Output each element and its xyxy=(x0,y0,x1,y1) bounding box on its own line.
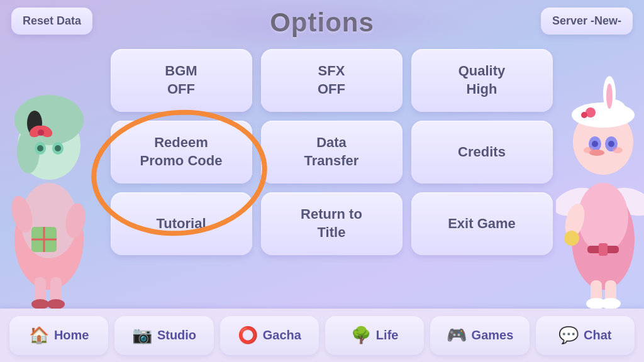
nav-games-label: Games xyxy=(472,328,514,343)
svg-rect-41 xyxy=(599,243,608,256)
options-grid: BGMOFF SFXOFF QualityHigh RedeemPromo Co… xyxy=(111,49,553,255)
nav-home-label: Home xyxy=(54,328,89,343)
tutorial-button[interactable]: Tutorial xyxy=(111,192,252,255)
svg-point-17 xyxy=(31,299,49,309)
nav-chat-label: Chat xyxy=(584,328,611,343)
svg-point-47 xyxy=(564,231,579,246)
bgm-button[interactable]: BGMOFF xyxy=(111,49,252,112)
nav-studio-label: Studio xyxy=(157,328,196,343)
svg-point-32 xyxy=(581,112,587,118)
svg-point-25 xyxy=(578,183,628,252)
svg-point-36 xyxy=(608,141,614,147)
nav-games[interactable]: 🎮 Games xyxy=(430,316,529,355)
credits-button[interactable]: Credits xyxy=(411,121,553,184)
life-icon: 🌳 xyxy=(351,326,371,345)
nav-studio[interactable]: 📷 Studio xyxy=(114,316,213,355)
gacha-icon: ⭕ xyxy=(238,326,258,345)
svg-point-9 xyxy=(55,145,61,151)
nav-chat[interactable]: 💬 Chat xyxy=(536,316,635,355)
redeem-promo-button[interactable]: RedeemPromo Code xyxy=(111,121,252,184)
nav-life[interactable]: 🌳 Life xyxy=(325,316,424,355)
return-to-title-button[interactable]: Return toTitle xyxy=(261,192,402,255)
sfx-button[interactable]: SFXOFF xyxy=(261,49,402,112)
svg-point-21 xyxy=(38,129,44,136)
nav-home[interactable]: 🏠 Home xyxy=(9,316,108,355)
studio-icon: 📷 xyxy=(132,326,152,345)
data-transfer-button[interactable]: DataTransfer xyxy=(261,121,402,184)
svg-point-18 xyxy=(47,299,65,309)
svg-point-45 xyxy=(601,298,621,309)
exit-game-button[interactable]: Exit Game xyxy=(411,192,553,255)
svg-point-39 xyxy=(613,147,623,153)
quality-button[interactable]: QualityHigh xyxy=(411,49,553,112)
nav-gacha-label: Gacha xyxy=(263,328,301,343)
character-left xyxy=(0,63,110,309)
games-icon: 🎮 xyxy=(447,326,467,345)
svg-point-30 xyxy=(606,84,613,109)
svg-point-8 xyxy=(37,145,43,151)
svg-point-35 xyxy=(592,141,598,147)
nav-life-label: Life xyxy=(376,328,399,343)
chat-icon: 💬 xyxy=(558,326,579,345)
navigation-bar: 🏠 Home 📷 Studio ⭕ Gacha 🌳 Life 🎮 Games 💬… xyxy=(0,309,644,362)
nav-gacha[interactable]: ⭕ Gacha xyxy=(220,316,319,355)
svg-point-38 xyxy=(584,147,594,153)
home-icon: 🏠 xyxy=(29,326,49,345)
character-right xyxy=(550,63,644,309)
